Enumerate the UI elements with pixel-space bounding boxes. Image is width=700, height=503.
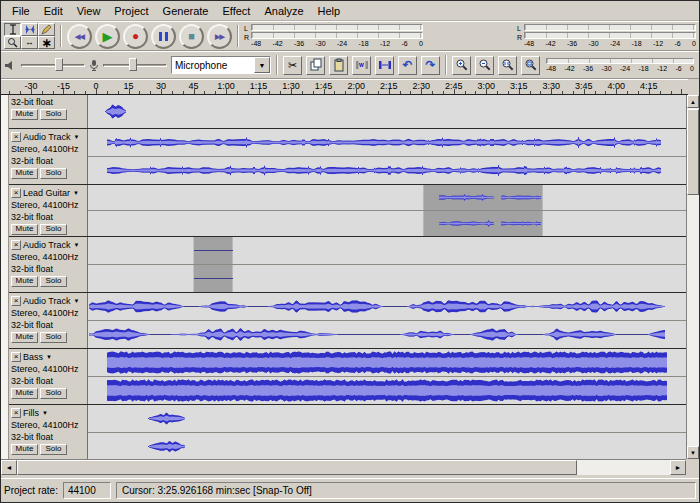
track-name-dropdown[interactable]: Audio Track▼ (23, 240, 79, 250)
solo-button[interactable]: Solo (40, 444, 67, 455)
draw-tool-button[interactable] (38, 23, 55, 36)
track-name-dropdown[interactable]: Bass▼ (23, 352, 52, 362)
track-waveform-area[interactable] (88, 293, 686, 348)
cut-button[interactable]: ✂ (283, 56, 302, 75)
slider-thumb[interactable] (129, 58, 137, 71)
copy-button[interactable] (306, 56, 325, 75)
track-close-button[interactable]: × (11, 240, 21, 250)
zoom-in-button[interactable] (452, 56, 471, 75)
paste-button[interactable] (329, 56, 348, 75)
menu-effect[interactable]: Effect (215, 2, 257, 20)
track-waveform-area[interactable] (88, 185, 686, 236)
project-rate-value[interactable]: 44100 (63, 482, 111, 499)
track-waveform-area[interactable] (88, 95, 686, 128)
waveform-canvas[interactable] (88, 265, 686, 292)
skip-to-start-button[interactable]: ◀◀ (67, 24, 92, 49)
silence-button[interactable] (375, 56, 394, 75)
horizontal-scrollbar[interactable]: ◄ ► (1, 459, 686, 475)
vertical-scroll-track[interactable] (687, 108, 699, 446)
track-name-dropdown[interactable]: Fills▼ (23, 408, 48, 418)
waveform-canvas[interactable] (88, 405, 686, 432)
waveform-canvas[interactable] (88, 95, 686, 128)
record-button[interactable]: ● (123, 24, 148, 49)
skip-to-end-button[interactable]: ▶▶ (207, 24, 232, 49)
mute-button[interactable]: Mute (11, 388, 38, 399)
menu-analyze[interactable]: Analyze (257, 2, 310, 20)
track-waveform-area[interactable] (88, 129, 686, 184)
track-close-button[interactable]: × (11, 352, 21, 362)
track-name-dropdown[interactable]: Lead Guitar▼ (23, 188, 79, 198)
zoom-out-button[interactable] (475, 56, 494, 75)
menu-project[interactable]: Project (107, 2, 155, 20)
fit-project-button[interactable] (521, 56, 540, 75)
selection-tool-button[interactable] (4, 23, 21, 36)
menu-generate[interactable]: Generate (156, 2, 216, 20)
waveform-canvas[interactable] (88, 211, 686, 236)
ruler-tick (107, 91, 108, 94)
horizontal-scroll-thumb[interactable] (17, 460, 577, 475)
scroll-up-button[interactable]: ▲ (687, 95, 699, 108)
fit-selection-button[interactable] (498, 56, 517, 75)
track-close-button[interactable]: × (11, 132, 21, 142)
combo-dropdown-button[interactable]: ▼ (254, 57, 270, 73)
mute-button[interactable]: Mute (11, 276, 38, 287)
slider-thumb[interactable] (55, 58, 63, 71)
solo-button[interactable]: Solo (40, 109, 67, 120)
solo-button[interactable]: Solo (40, 388, 67, 399)
scroll-down-button[interactable]: ▼ (687, 446, 699, 459)
meter-scale-ticks (546, 58, 694, 64)
timeshift-tool-button[interactable]: ↔ (21, 36, 38, 49)
track-name-dropdown[interactable]: Audio Track▼ (23, 296, 79, 306)
timeline-ruler[interactable]: -30-1501530451:001:151:301:452:002:152:3… (1, 79, 688, 95)
ruler-tick (410, 91, 411, 94)
waveform-canvas[interactable] (88, 349, 686, 376)
menu-file[interactable]: File (5, 2, 37, 20)
zoom-tool-button[interactable] (4, 36, 21, 49)
track-name-dropdown[interactable]: Audio Track▼ (23, 132, 79, 142)
mute-button[interactable]: Mute (11, 332, 38, 343)
waveform-canvas[interactable] (88, 129, 686, 156)
mute-button[interactable]: Mute (11, 224, 38, 235)
track-waveform-area[interactable] (88, 349, 686, 404)
menu-edit[interactable]: Edit (37, 2, 70, 20)
track-waveform-area[interactable] (88, 237, 686, 292)
track-close-button[interactable]: × (11, 188, 21, 198)
solo-button[interactable]: Solo (40, 168, 67, 179)
mute-button[interactable]: Mute (11, 168, 38, 179)
redo-button[interactable]: ↷ (421, 56, 440, 75)
waveform-canvas[interactable] (88, 293, 686, 320)
track-waveform-area[interactable] (88, 405, 686, 459)
undo-button[interactable]: ↶ (398, 56, 417, 75)
menu-help[interactable]: Help (311, 2, 348, 20)
waveform-canvas[interactable] (88, 185, 686, 210)
solo-button[interactable]: Solo (40, 276, 67, 287)
track-close-button[interactable]: × (11, 408, 21, 418)
vertical-scrollbar[interactable]: ▲ ▼ (686, 95, 699, 459)
mute-button[interactable]: Mute (11, 444, 38, 455)
trim-button[interactable] (352, 56, 371, 75)
multi-tool-button[interactable]: ∗ (38, 36, 55, 49)
solo-button[interactable]: Solo (40, 224, 67, 235)
play-button[interactable]: ▶ (95, 24, 120, 49)
track-name: Audio Track (23, 132, 71, 142)
track-close-button[interactable]: × (11, 296, 21, 306)
output-volume-slider[interactable] (21, 57, 85, 73)
track-buttons-row: MuteSolo (10, 108, 86, 120)
pause-button[interactable] (151, 24, 176, 49)
scroll-left-button[interactable]: ◄ (1, 460, 17, 475)
waveform-canvas[interactable] (88, 433, 686, 459)
menu-view[interactable]: View (70, 2, 108, 20)
waveform-canvas[interactable] (88, 237, 686, 264)
waveform-canvas[interactable] (88, 321, 686, 348)
horizontal-scroll-track[interactable] (577, 460, 670, 475)
stop-button[interactable]: ■ (179, 24, 204, 49)
waveform-canvas[interactable] (88, 157, 686, 184)
envelope-tool-button[interactable] (21, 23, 38, 36)
scroll-right-button[interactable]: ► (670, 460, 686, 475)
solo-button[interactable]: Solo (40, 332, 67, 343)
mute-button[interactable]: Mute (11, 109, 38, 120)
input-source-select[interactable]: Microphone ▼ (171, 56, 271, 74)
input-volume-slider[interactable] (103, 57, 167, 73)
waveform-canvas[interactable] (88, 377, 686, 404)
vertical-scroll-thumb[interactable] (687, 109, 699, 195)
